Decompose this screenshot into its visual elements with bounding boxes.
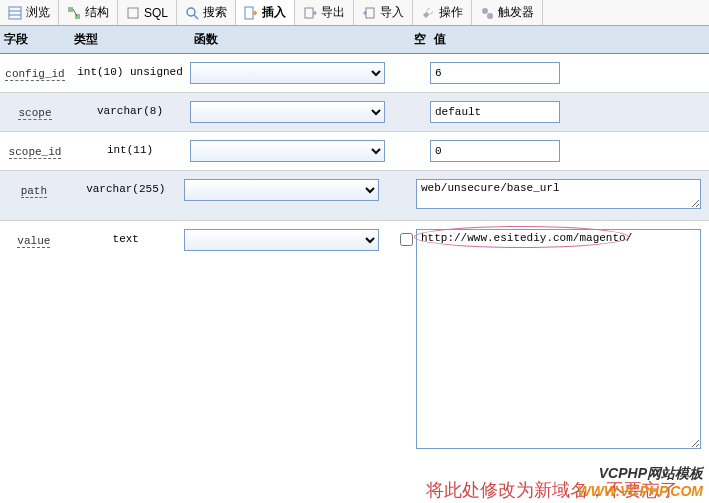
svg-point-15 <box>487 13 493 19</box>
svg-rect-6 <box>128 8 138 18</box>
field-type: int(11) <box>70 140 190 156</box>
svg-rect-13 <box>366 8 374 18</box>
wrench-icon <box>421 6 435 20</box>
field-row: config_id int(10) unsigned <box>0 54 709 93</box>
tab-label: 搜索 <box>203 4 227 21</box>
tab-structure[interactable]: 结构 <box>59 0 118 25</box>
tab-bar: 浏览 结构 SQL 搜索 插入 导出 导入 操作 触发器 <box>0 0 709 26</box>
watermark-line2: WWW.VCPHP.COM <box>578 483 703 499</box>
tab-label: 浏览 <box>26 4 50 21</box>
field-type: varchar(255) <box>68 179 184 195</box>
value-textarea[interactable]: web/unsecure/base_url <box>416 179 701 209</box>
value-input[interactable] <box>430 62 560 84</box>
svg-rect-3 <box>68 7 73 12</box>
tab-label: 导出 <box>321 4 345 21</box>
svg-rect-9 <box>245 7 253 19</box>
tab-label: SQL <box>144 6 168 20</box>
header-null: 空 <box>410 29 430 50</box>
field-name: scope <box>0 101 70 119</box>
tab-import[interactable]: 导入 <box>354 0 413 25</box>
tab-sql[interactable]: SQL <box>118 0 177 25</box>
tab-label: 插入 <box>262 4 286 21</box>
field-row: value text http://www.esitediy.com/magen… <box>0 221 709 503</box>
function-select[interactable] <box>190 101 385 123</box>
tab-export[interactable]: 导出 <box>295 0 354 25</box>
tab-label: 导入 <box>380 4 404 21</box>
tab-search[interactable]: 搜索 <box>177 0 236 25</box>
export-icon <box>303 6 317 20</box>
function-select[interactable] <box>190 140 385 162</box>
field-type: text <box>68 229 184 245</box>
tab-label: 操作 <box>439 4 463 21</box>
field-row: scope varchar(8) <box>0 93 709 132</box>
structure-icon <box>67 6 81 20</box>
trigger-icon <box>480 6 494 20</box>
value-input[interactable] <box>430 101 560 123</box>
function-select[interactable] <box>184 229 379 251</box>
tab-browse[interactable]: 浏览 <box>0 0 59 25</box>
field-type: varchar(8) <box>70 101 190 117</box>
field-name: value <box>0 229 68 247</box>
function-select[interactable] <box>190 62 385 84</box>
column-headers: 字段 类型 函数 空 值 <box>0 26 709 54</box>
sql-icon <box>126 6 140 20</box>
tab-label: 触发器 <box>498 4 534 21</box>
search-icon <box>185 6 199 20</box>
field-name: path <box>0 179 68 197</box>
field-name: scope_id <box>0 140 70 158</box>
svg-point-7 <box>187 8 195 16</box>
table-icon <box>8 6 22 20</box>
field-row: scope_id int(11) <box>0 132 709 171</box>
header-field: 字段 <box>0 29 70 50</box>
header-func: 函数 <box>190 29 410 50</box>
svg-rect-12 <box>305 8 313 18</box>
svg-rect-0 <box>9 7 21 19</box>
value-textarea[interactable]: http://www.esitediy.com/magento/ <box>416 229 701 449</box>
svg-line-8 <box>194 15 198 19</box>
header-val: 值 <box>430 29 709 50</box>
field-row: path varchar(255) web/unsecure/base_url <box>0 171 709 221</box>
field-name: config_id <box>0 62 70 80</box>
header-type: 类型 <box>70 29 190 50</box>
watermark-line1: VCPHP网站模板 <box>578 465 703 483</box>
tab-insert[interactable]: 插入 <box>236 0 295 25</box>
function-select[interactable] <box>184 179 379 201</box>
field-type: int(10) unsigned <box>70 62 190 78</box>
tab-label: 结构 <box>85 4 109 21</box>
watermark: VCPHP网站模板 WWW.VCPHP.COM <box>578 465 703 499</box>
tab-triggers[interactable]: 触发器 <box>472 0 543 25</box>
value-input[interactable] <box>430 140 560 162</box>
insert-icon <box>244 6 258 20</box>
svg-point-14 <box>482 8 488 14</box>
tab-operations[interactable]: 操作 <box>413 0 472 25</box>
null-checkbox[interactable] <box>400 233 413 246</box>
import-icon <box>362 6 376 20</box>
